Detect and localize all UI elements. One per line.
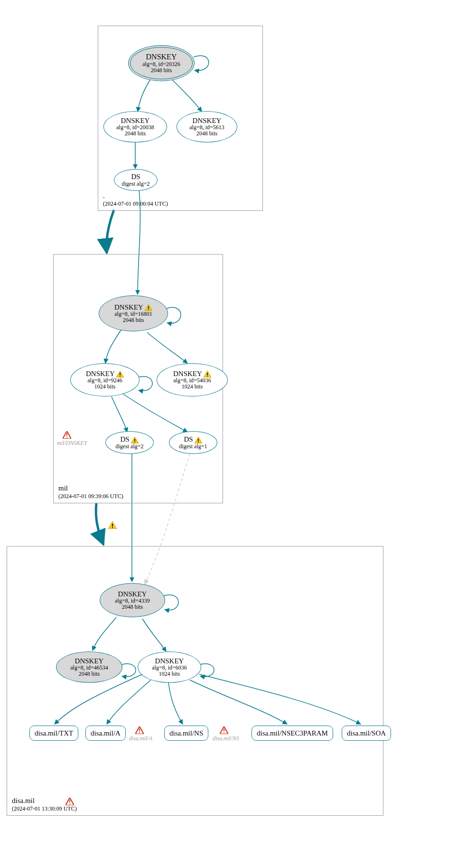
svg-rect-19 <box>69 803 70 804</box>
node-mil-ds1-title-text: DS <box>184 435 193 443</box>
node-mil-ds2-alg: digest alg=2 <box>115 443 143 450</box>
node-root-ksk-alg: alg=8, id=20326 <box>142 61 180 67</box>
node-mil-ksk-title-text: DNSKEY <box>114 303 143 311</box>
node-root-zsk1-title: DNSKEY <box>121 117 150 125</box>
svg-rect-6 <box>135 439 136 441</box>
node-mil-zsk2[interactable]: DNSKEY alg=8, id=54036 1024 bits <box>157 363 228 396</box>
zone-root-timestamp: (2024-07-01 09:00:04 UTC) <box>103 200 168 208</box>
svg-rect-0 <box>148 306 149 309</box>
node-root-zsk2-title: DNSKEY <box>193 117 222 125</box>
node-mil-ds1-title: DS <box>184 435 203 443</box>
node-mil-ds2[interactable]: DS digest alg=2 <box>105 431 154 454</box>
rr-disa-nsec3param-label: disa.mil/NSEC3PARAM <box>257 729 328 737</box>
rr-disa-ns[interactable]: disa.mil/NS <box>164 726 208 741</box>
zone-mil-label: mil <box>58 484 68 492</box>
node-mil-zsk1[interactable]: DNSKEY alg=8, id=9246 1024 bits <box>70 363 140 396</box>
node-root-ds[interactable]: DS digest alg=2 <box>114 169 158 191</box>
warning-icon <box>204 371 211 377</box>
warning-icon <box>145 304 152 311</box>
node-mil-ksk-bits: 2048 bits <box>123 317 144 323</box>
node-mil-zsk2-title: DNSKEY <box>173 370 211 378</box>
warning-icon <box>108 521 117 531</box>
svg-rect-1 <box>148 309 149 310</box>
node-disa-zsk[interactable]: DNSKEY alg=8, id=6036 1024 bits <box>138 651 201 683</box>
node-mil-zsk1-title: DNSKEY <box>86 370 124 378</box>
svg-rect-18 <box>69 800 70 803</box>
warning-icon <box>116 371 124 377</box>
node-root-ksk[interactable]: DNSKEY alg=8, id=20326 2048 bits <box>128 45 195 81</box>
node-disa-ksk-bits: 2048 bits <box>122 604 143 610</box>
warn-label-disa-ns: disa.mil/NS <box>213 735 239 742</box>
node-disa-ksk-title: DNSKEY <box>118 590 147 598</box>
svg-rect-4 <box>207 373 208 375</box>
rr-disa-a[interactable]: disa.mil/A <box>85 726 126 741</box>
svg-rect-16 <box>224 729 224 732</box>
svg-rect-2 <box>120 373 121 375</box>
svg-rect-7 <box>135 442 136 443</box>
node-disa-zsk-bits: 1024 bits <box>159 671 180 677</box>
svg-rect-3 <box>120 376 121 377</box>
node-mil-zsk2-bits: 1024 bits <box>182 384 203 390</box>
zone-disa: disa.mil (2024-07-01 13:30:09 UTC) <box>7 546 383 816</box>
zone-root-label: . <box>103 192 105 200</box>
warning-icon <box>131 437 139 443</box>
svg-rect-13 <box>112 527 113 528</box>
svg-rect-14 <box>139 729 140 732</box>
node-disa-k2[interactable]: DNSKEY alg=8, id=46534 2048 bits <box>56 651 122 683</box>
error-icon <box>65 798 74 807</box>
warn-label-disa-a: disa.mil/A <box>129 735 152 742</box>
error-icon <box>220 726 228 736</box>
warn-label-mil-dnskey: mil/DNSKEY <box>57 440 87 447</box>
zone-mil-timestamp: (2024-07-01 09:39:06 UTC) <box>58 493 123 500</box>
zone-disa-label: disa.mil <box>12 797 35 805</box>
svg-rect-5 <box>207 376 208 377</box>
svg-rect-10 <box>66 434 67 436</box>
node-mil-zsk2-title-text: DNSKEY <box>173 370 202 377</box>
svg-rect-15 <box>139 732 140 733</box>
node-root-zsk2[interactable]: DNSKEY alg=8, id=5613 2048 bits <box>177 111 237 142</box>
node-root-ksk-title: DNSKEY <box>146 53 177 61</box>
node-root-ksk-bits: 2048 bits <box>151 67 172 74</box>
svg-rect-17 <box>224 732 224 733</box>
rr-disa-soa[interactable]: disa.mil/SOA <box>342 726 391 741</box>
node-root-zsk1[interactable]: DNSKEY alg=8, id=20038 2048 bits <box>103 111 167 142</box>
node-mil-ksk-title: DNSKEY <box>114 303 152 311</box>
node-mil-zsk1-title-text: DNSKEY <box>86 370 114 377</box>
node-root-zsk1-bits: 2048 bits <box>125 131 146 137</box>
rr-disa-txt-label: disa.mil/TXT <box>35 729 73 737</box>
node-disa-zsk-title: DNSKEY <box>155 657 184 665</box>
diagram-canvas: . (2024-07-01 09:00:04 UTC) mil (2024-07… <box>0 0 457 868</box>
rr-disa-soa-label: disa.mil/SOA <box>347 729 386 737</box>
node-mil-ds1-alg: digest alg=1 <box>179 443 207 450</box>
node-mil-ds2-title: DS <box>121 435 139 443</box>
node-disa-ksk[interactable]: DNSKEY alg=8, id=4339 2048 bits <box>100 583 165 617</box>
node-root-ds-alg: digest alg=2 <box>121 181 149 187</box>
rr-disa-txt[interactable]: disa.mil/TXT <box>29 726 78 741</box>
node-root-ds-title: DS <box>131 173 140 181</box>
svg-rect-11 <box>66 437 67 438</box>
error-icon <box>63 431 71 441</box>
node-disa-k2-title: DNSKEY <box>75 657 104 665</box>
node-disa-k2-bits: 2048 bits <box>79 671 100 677</box>
rr-disa-nsec3param[interactable]: disa.mil/NSEC3PARAM <box>252 726 333 741</box>
node-mil-ksk[interactable]: DNSKEY alg=8, id=16801 2048 bits <box>99 295 168 331</box>
node-mil-ds2-title-text: DS <box>121 435 130 443</box>
svg-rect-12 <box>112 524 113 527</box>
node-mil-zsk1-bits: 1024 bits <box>94 384 115 390</box>
svg-rect-8 <box>198 439 199 441</box>
node-mil-ds1[interactable]: DS digest alg=1 <box>169 431 217 454</box>
svg-rect-9 <box>198 442 199 443</box>
rr-disa-a-label: disa.mil/A <box>91 729 121 737</box>
error-icon <box>135 726 144 736</box>
node-root-zsk2-bits: 2048 bits <box>196 131 217 137</box>
rr-disa-ns-label: disa.mil/NS <box>169 729 203 737</box>
warning-icon <box>195 437 202 443</box>
